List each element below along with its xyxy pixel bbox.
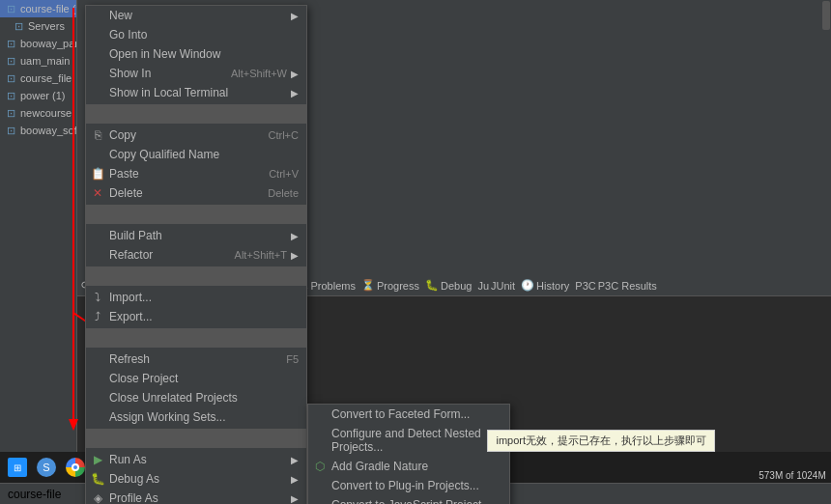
menu-item-export[interactable]: ⤴ Export... xyxy=(86,307,306,326)
submenu-item-javascript-project[interactable]: Convert to JavaScript Project... xyxy=(308,495,509,504)
notification-bar: import无效，提示已存在，执行以上步骤即可 xyxy=(487,430,715,452)
sidebar-item-course-file2[interactable]: ⊡ course_file xyxy=(0,70,76,87)
debug-icon: 🐛 xyxy=(90,471,105,487)
statusbar-left: course-file xyxy=(8,488,61,501)
context-menu: New ▶ Go Into Open in New Window Show In… xyxy=(85,5,307,504)
menu-item-import[interactable]: ⤵ Import... xyxy=(86,288,306,307)
toolbar-problems[interactable]: ⚠ Problems xyxy=(299,279,355,292)
menu-item-show-in[interactable]: Show In Alt+Shift+W ▶ xyxy=(86,64,306,83)
statusbar-project-name: course-file xyxy=(8,488,61,501)
sidebar-item-power[interactable]: ⊡ power (1) xyxy=(0,87,76,104)
submenu-item-detect-nested[interactable]: Configure and Detect Nested Projects... xyxy=(308,424,509,457)
separator-1 xyxy=(86,104,306,124)
menu-item-new[interactable]: New ▶ xyxy=(86,6,306,25)
menu-item-open-new-window[interactable]: Open in New Window xyxy=(86,44,306,64)
menu-item-debug-as[interactable]: 🐛 Debug As ▶ xyxy=(86,469,306,489)
menu-item-build-path[interactable]: Build Path ▶ xyxy=(86,226,306,245)
separator-3 xyxy=(86,266,306,286)
separator-4 xyxy=(86,328,306,348)
taskbar-sogou[interactable]: S xyxy=(33,455,60,480)
menu-item-copy-qualified[interactable]: Copy Qualified Name xyxy=(86,145,306,164)
server-icon: ⊡ xyxy=(12,19,25,33)
sidebar-item-course-file[interactable]: ⊡ course-file (t... xyxy=(0,0,76,17)
toolbar-junit[interactable]: Ju JUnit xyxy=(477,280,515,292)
menu-item-refactor[interactable]: Refactor Alt+Shift+T ▶ xyxy=(86,245,306,265)
menu-item-close-unrelated[interactable]: Close Unrelated Projects xyxy=(86,388,306,407)
run-icon: ▶ xyxy=(90,452,105,467)
profile-icon: ◈ xyxy=(90,490,105,504)
sidebar-item-booway-par[interactable]: ⊡ booway_par_du... xyxy=(0,35,76,52)
submenu-configure: Convert to Faceted Form... Configure and… xyxy=(307,404,510,504)
submenu-item-add-gradle[interactable]: ⬡ Add Gradle Nature xyxy=(308,457,509,476)
separator-5 xyxy=(86,429,306,448)
menu-item-close-project[interactable]: Close Project xyxy=(86,369,306,388)
delete-icon: ✕ xyxy=(90,185,105,201)
folder-icon-3: ⊡ xyxy=(4,71,17,85)
submenu-item-plugin-projects[interactable]: Convert to Plug-in Projects... xyxy=(308,476,509,495)
copy-icon: ⎘ xyxy=(90,127,105,143)
folder-icon-1: ⊡ xyxy=(4,37,17,50)
toolbar-p3c[interactable]: P3C P3C Results xyxy=(575,280,657,292)
sidebar-item-uam-main[interactable]: ⊡ uam_main xyxy=(0,52,76,70)
paste-icon: 📋 xyxy=(90,166,105,182)
folder-icon-5: ⊡ xyxy=(4,106,17,120)
menu-item-paste[interactable]: 📋 Paste Ctrl+V xyxy=(86,164,306,183)
menu-item-assign-working-sets[interactable]: Assign Working Sets... xyxy=(86,407,306,427)
folder-icon-4: ⊡ xyxy=(4,89,17,102)
menu-item-profile-as[interactable]: ◈ Profile As ▶ xyxy=(86,489,306,504)
windows-icon: ⊞ xyxy=(8,458,27,477)
toolbar-progress[interactable]: ⏳ Progress xyxy=(361,279,419,292)
gradle-icon: ⬡ xyxy=(312,459,328,474)
scrollbar-thumb[interactable] xyxy=(822,1,830,30)
export-icon: ⤴ xyxy=(90,309,105,324)
taskbar-start[interactable]: ⊞ xyxy=(4,455,31,480)
toolbar-history[interactable]: 🕐 History xyxy=(521,279,569,292)
import-icon: ⤵ xyxy=(90,290,105,305)
sidebar-item-servers[interactable]: ⊡ Servers xyxy=(0,17,76,35)
separator-2 xyxy=(86,205,306,224)
project-icon: ⊡ xyxy=(4,2,17,15)
menu-item-go-into[interactable]: Go Into xyxy=(86,25,306,44)
sidebar-item-newcourse[interactable]: ⊡ newcourse xyxy=(0,104,76,122)
menu-item-copy[interactable]: ⎘ Copy Ctrl+C xyxy=(86,126,306,145)
toolbar-debug[interactable]: 🐛 Debug xyxy=(425,279,472,292)
sidebar-item-booway-softwa[interactable]: ⊡ booway_softwa... xyxy=(0,122,76,139)
sidebar: ⊡ course-file (t... ⊡ Servers ⊡ booway_p… xyxy=(0,0,77,463)
folder-icon-2: ⊡ xyxy=(4,54,17,68)
menu-item-delete[interactable]: ✕ Delete Delete xyxy=(86,183,306,203)
folder-icon-6: ⊡ xyxy=(4,124,17,137)
menu-item-run-as[interactable]: ▶ Run As ▶ xyxy=(86,450,306,469)
menu-item-refresh[interactable]: Refresh F5 xyxy=(86,350,306,369)
submenu-item-faceted-form[interactable]: Convert to Faceted Form... xyxy=(308,405,509,424)
menu-item-show-local-terminal[interactable]: Show in Local Terminal ▶ xyxy=(86,83,306,102)
sogou-icon: S xyxy=(37,458,56,477)
